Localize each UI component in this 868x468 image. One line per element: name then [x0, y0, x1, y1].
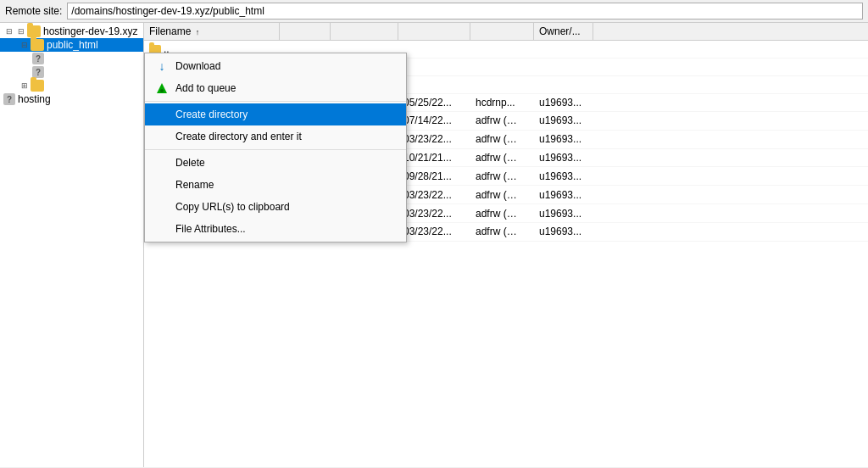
svg-point-1 — [160, 89, 164, 92]
ctx-delete-icon — [155, 156, 169, 170]
col-header-perms[interactable] — [470, 23, 534, 40]
tree-item-subfolder[interactable]: ⊞ — [0, 79, 143, 92]
tree-expand-icon2: ⊟ — [15, 25, 27, 37]
ctx-divider-1 — [145, 101, 406, 102]
tree-label-hostinger: hostinger-dev-19.xyz — [43, 25, 137, 37]
ctx-copy-url-label: Copy URL(s) to clipboard — [175, 201, 290, 213]
tree-item-root[interactable]: ⊟ ⊟ hostinger-dev-19.xyz — [0, 25, 143, 38]
file-table-header: Filename ↑ Owner/... — [144, 23, 868, 41]
ctx-delete[interactable]: Delete — [145, 152, 406, 174]
ctx-divider-2 — [145, 149, 406, 150]
ctx-rename[interactable]: Rename — [145, 174, 406, 196]
ctx-download[interactable]: ↓ Download — [145, 55, 406, 77]
ctx-create-dir-enter-icon — [155, 130, 169, 143]
tree-expand-icon3: ⊟ — [19, 39, 31, 51]
download-icon: ↓ — [155, 59, 169, 73]
col-header-modified[interactable] — [398, 23, 470, 40]
col-header-owner[interactable]: Owner/... — [534, 23, 593, 40]
ctx-copy-url[interactable]: Copy URL(s) to clipboard — [145, 196, 406, 218]
context-menu: ↓ Download Add to queue Create directory… — [144, 53, 407, 242]
tree-item-hosting[interactable]: ? hosting — [0, 92, 143, 106]
tree-label-hosting: hosting — [18, 93, 51, 105]
ctx-create-directory-enter[interactable]: Create directory and enter it — [145, 125, 406, 148]
ctx-add-to-queue-label: Add to queue — [175, 82, 236, 94]
ctx-rename-label: Rename — [175, 179, 214, 191]
ctx-file-attributes-label: File Attributes... — [175, 223, 246, 235]
tree-panel: ⊟ ⊟ hostinger-dev-19.xyz ⊟ public_html ?… — [0, 23, 144, 467]
folder-icon-sub — [31, 80, 44, 92]
folder-icon-public-html — [31, 39, 44, 51]
ctx-create-directory[interactable]: Create directory — [145, 103, 406, 125]
ctx-create-dir-icon — [155, 108, 169, 121]
tree-item-q1[interactable]: ? — [0, 52, 143, 65]
tree-item-q2[interactable]: ? — [0, 65, 143, 79]
ctx-delete-label: Delete — [175, 157, 205, 169]
col-header-type[interactable] — [331, 23, 398, 40]
sort-arrow: ↑ — [196, 28, 200, 36]
address-label: Remote site: — [5, 5, 62, 17]
ctx-file-attrs-icon — [155, 222, 169, 236]
ctx-create-directory-enter-label: Create directory and enter it — [175, 131, 302, 142]
ctx-create-directory-label: Create directory — [175, 109, 248, 120]
tree-label-public-html: public_html — [47, 39, 98, 51]
ctx-download-label: Download — [175, 60, 220, 72]
tree-expand-sub: ⊞ — [19, 80, 31, 92]
tree-item-public-html[interactable]: ⊟ public_html — [0, 38, 143, 52]
queue-icon — [155, 81, 169, 95]
question-icon-hosting: ? — [3, 93, 15, 105]
main-area: ⊟ ⊟ hostinger-dev-19.xyz ⊟ public_html ?… — [0, 23, 868, 467]
question-icon-1: ? — [32, 53, 44, 64]
col-header-size[interactable] — [280, 23, 331, 40]
ctx-add-to-queue[interactable]: Add to queue — [145, 77, 406, 99]
address-input[interactable] — [67, 3, 863, 20]
ctx-rename-icon — [155, 178, 169, 192]
col-header-filename[interactable]: Filename ↑ — [144, 23, 280, 40]
ctx-copy-url-icon — [155, 200, 169, 214]
question-icon-2: ? — [32, 66, 44, 78]
tree-expand-icon: ⊟ — [3, 25, 15, 37]
ctx-file-attributes[interactable]: File Attributes... — [145, 218, 406, 240]
folder-icon — [27, 25, 41, 37]
address-bar: Remote site: — [0, 0, 868, 23]
